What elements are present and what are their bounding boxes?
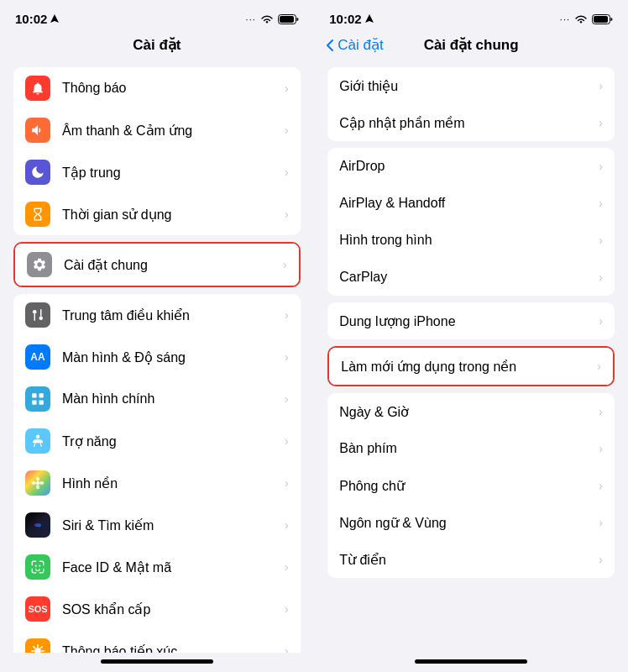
settings-row-general[interactable]: Cài đặt chung ›	[15, 244, 299, 286]
control-label: Trung tâm điều khiển	[62, 307, 285, 323]
control-chevron: ›	[285, 308, 289, 322]
datetime-chevron: ›	[599, 405, 603, 418]
exposure-chevron: ›	[285, 644, 289, 653]
general-icon	[27, 252, 52, 277]
person-svg	[30, 433, 45, 449]
siri-svg	[31, 518, 44, 532]
display-icon: AA	[25, 344, 50, 370]
settings-row-accessibility[interactable]: Trợ năng ›	[13, 420, 301, 462]
left-general-highlighted[interactable]: Cài đặt chung ›	[13, 242, 301, 287]
settings-row-faceid[interactable]: Face ID & Mật mã ›	[13, 546, 301, 588]
notifications-icon	[25, 76, 50, 101]
font-chevron: ›	[599, 479, 603, 492]
svg-point-16	[39, 481, 44, 485]
settings-row-control[interactable]: Trung tâm điều khiển ›	[13, 294, 301, 336]
language-label: Ngôn ngữ & Vùng	[339, 515, 599, 531]
location-icon	[50, 14, 59, 24]
settings-row-sound[interactable]: Âm thanh & Cảm ứng ›	[13, 109, 301, 151]
signal-icon: ···	[246, 14, 256, 24]
settings-row-focus[interactable]: Tập trung ›	[13, 151, 301, 193]
sound-icon	[25, 118, 50, 143]
settings-row-dictionary[interactable]: Từ điển ›	[327, 541, 615, 578]
faceid-chevron: ›	[285, 560, 289, 574]
svg-point-19	[39, 564, 40, 566]
language-chevron: ›	[599, 516, 603, 529]
settings-row-homescreen[interactable]: Màn hình chính ›	[13, 378, 301, 420]
settings-row-screentime[interactable]: Thời gian sử dụng ›	[13, 193, 301, 235]
about-chevron: ›	[599, 79, 603, 92]
right-section-3: Dung lượng iPhone ›	[327, 302, 615, 339]
right-location-icon	[365, 14, 374, 24]
aa-text: AA	[30, 351, 44, 363]
gear-svg	[32, 257, 47, 272]
settings-row-language[interactable]: Ngôn ngữ & Vùng ›	[327, 504, 615, 541]
virus-svg	[30, 643, 45, 653]
flower-svg	[31, 476, 44, 490]
right-nav-title: Cài đặt chung	[424, 36, 519, 54]
accessibility-icon	[25, 428, 50, 454]
settings-row-sos[interactable]: SOS SOS khẩn cấp ›	[13, 588, 301, 630]
settings-row-font[interactable]: Phông chữ ›	[327, 467, 615, 504]
settings-row-notifications[interactable]: Thông báo ›	[13, 67, 301, 109]
right-status-bar: 10:02 ···	[314, 0, 628, 33]
right-home-indicator	[415, 659, 527, 664]
focus-chevron: ›	[285, 165, 289, 179]
svg-point-15	[32, 481, 36, 485]
sound-chevron: ›	[285, 123, 289, 137]
settings-row-software[interactable]: Cập nhật phần mềm ›	[327, 104, 615, 141]
right-settings-list: Giới thiệu › Cập nhật phần mềm › AirDrop…	[314, 60, 628, 653]
settings-row-carplay[interactable]: CarPlay ›	[327, 259, 615, 296]
left-nav-title: Cài đặt	[133, 36, 181, 54]
settings-row-datetime[interactable]: Ngày & Giờ ›	[327, 393, 615, 430]
settings-row-display[interactable]: AA Màn hình & Độ sáng ›	[13, 336, 301, 378]
svg-marker-0	[50, 14, 59, 23]
background-label: Làm mới ứng dụng trong nền	[341, 359, 597, 375]
svg-point-18	[35, 564, 37, 566]
right-section-2: AirDrop › AirPlay & Handoff › Hình trong…	[327, 148, 615, 296]
sos-icon: SOS	[25, 596, 50, 622]
svg-rect-2	[280, 16, 294, 23]
back-button[interactable]: Cài đặt	[326, 36, 383, 54]
svg-rect-8	[39, 393, 44, 397]
pip-chevron: ›	[599, 234, 603, 247]
control-icon	[25, 302, 50, 328]
settings-row-storage[interactable]: Dung lượng iPhone ›	[327, 302, 615, 339]
settings-row-pip[interactable]: Hình trong hình ›	[327, 222, 615, 259]
left-section-1: Thông báo › Âm thanh & Cảm ứng › T	[13, 67, 301, 235]
left-settings-list: Thông báo › Âm thanh & Cảm ứng › T	[0, 60, 314, 653]
back-chevron-icon	[326, 39, 334, 52]
storage-label: Dung lượng iPhone	[339, 313, 599, 329]
screentime-label: Thời gian sử dụng	[62, 207, 285, 223]
settings-row-about[interactable]: Giới thiệu ›	[327, 67, 615, 104]
airplay-chevron: ›	[599, 197, 603, 210]
settings-row-wallpaper[interactable]: Hình nền ›	[13, 462, 301, 504]
airplay-label: AirPlay & Handoff	[339, 196, 599, 211]
bell-svg	[30, 81, 45, 96]
screentime-chevron: ›	[285, 207, 289, 221]
settings-row-siri[interactable]: Siri & Tìm kiếm ›	[13, 504, 301, 546]
keyboard-label: Bàn phím	[339, 441, 599, 456]
right-wifi-icon	[574, 14, 588, 24]
carplay-chevron: ›	[599, 270, 603, 284]
homescreen-icon	[25, 386, 50, 412]
keyboard-chevron: ›	[599, 442, 603, 455]
settings-row-airdrop[interactable]: AirDrop ›	[327, 148, 615, 185]
battery-icon	[278, 14, 299, 24]
carplay-label: CarPlay	[339, 270, 599, 285]
left-status-icons: ···	[246, 14, 299, 24]
general-label: Cài đặt chung	[64, 257, 283, 273]
grid-svg	[30, 391, 45, 407]
settings-row-keyboard[interactable]: Bàn phím ›	[327, 430, 615, 467]
about-label: Giới thiệu	[339, 78, 599, 94]
font-label: Phông chữ	[339, 478, 599, 494]
settings-row-exposure[interactable]: Thông báo tiếp xúc ›	[13, 630, 301, 653]
siri-chevron: ›	[285, 518, 289, 532]
right-section-1: Giới thiệu › Cập nhật phần mềm ›	[327, 67, 615, 141]
right-background-highlighted[interactable]: Làm mới ứng dụng trong nền ›	[327, 346, 615, 386]
back-label: Cài đặt	[338, 36, 383, 54]
right-status-icons: ···	[560, 14, 613, 24]
wallpaper-icon	[25, 470, 50, 496]
wifi-icon	[260, 14, 274, 24]
settings-row-airplay[interactable]: AirPlay & Handoff ›	[327, 185, 615, 222]
settings-row-background[interactable]: Làm mới ứng dụng trong nền ›	[329, 348, 613, 385]
